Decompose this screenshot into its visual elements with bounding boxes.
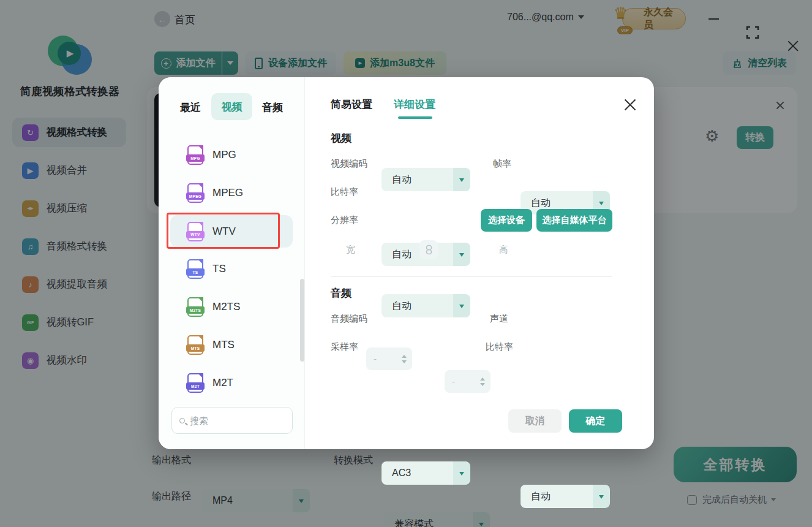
video-codec-select[interactable]: 自动 (382, 168, 470, 191)
resolution-select[interactable]: 自动 (382, 294, 470, 317)
cancel-button[interactable]: 取消 (508, 409, 562, 433)
bitrate-label: 比特率 (331, 186, 358, 198)
fps-value: 自动 (531, 197, 551, 210)
channel-label: 声道 (490, 313, 508, 325)
sample-rate-label: 采样率 (331, 341, 358, 353)
channel-select[interactable]: 自动 (521, 485, 610, 508)
format-list-panel: 最近 视频 音频 MPG MPG MPEG MPEG WTV WTV TS TS… (159, 77, 305, 449)
section-divider (331, 276, 612, 277)
format-label: MTS (212, 339, 235, 351)
ok-button[interactable]: 确定 (569, 409, 622, 433)
audio-bitrate-label: 比特率 (486, 341, 513, 353)
format-search[interactable] (171, 407, 293, 434)
search-input[interactable] (190, 415, 269, 426)
chevron-down-icon (453, 243, 470, 266)
format-label: M2T (212, 377, 233, 389)
list-scrollbar[interactable] (300, 279, 304, 362)
ts-file-icon: TS (187, 259, 203, 279)
app-window: ← 首页 706...@qq.com 永久会员 ♛ VIP ▶ 简鹿视频格式转换… (0, 0, 812, 527)
stepper-arrows-icon[interactable] (480, 375, 485, 389)
mts-file-icon: MTS (187, 335, 203, 355)
m2t-file-icon: M2T (187, 373, 203, 393)
audio-section-title: 音频 (331, 286, 351, 300)
format-item-mpg[interactable]: MPG MPG (170, 140, 293, 170)
select-platform-button[interactable]: 选择自媒体平台 (536, 209, 612, 232)
format-label: MPEG (212, 187, 243, 199)
format-item-ts[interactable]: TS TS (170, 254, 293, 284)
active-tab-underline (398, 116, 432, 119)
tab-recent[interactable]: 最近 (180, 100, 201, 115)
highlight-box (167, 213, 280, 249)
video-codec-label: 视频编码 (331, 158, 367, 170)
format-label: MPG (212, 149, 236, 161)
format-label: M2TS (212, 301, 240, 313)
resolution-label: 分辨率 (331, 214, 358, 226)
tab-detail-settings[interactable]: 详细设置 (394, 97, 435, 112)
height-stepper[interactable] (445, 370, 491, 393)
width-stepper[interactable] (366, 347, 412, 370)
tab-simple-settings[interactable]: 简易设置 (331, 97, 372, 112)
search-icon (179, 418, 185, 423)
stepper-arrows-icon[interactable] (402, 352, 407, 366)
format-item-mts[interactable]: MTS MTS (170, 330, 293, 360)
bitrate-value: 自动 (392, 248, 412, 261)
video-codec-value: 自动 (392, 173, 412, 186)
chevron-down-icon (593, 485, 610, 508)
format-settings-dialog: 最近 视频 音频 MPG MPG MPEG MPEG WTV WTV TS TS… (159, 77, 654, 449)
tab-audio[interactable]: 音频 (262, 100, 283, 115)
chevron-down-icon (453, 168, 470, 191)
chevron-down-icon (453, 294, 470, 317)
tab-video[interactable]: 视频 (211, 93, 252, 120)
link-dimensions-toggle[interactable] (419, 240, 438, 259)
chain-link-icon (426, 245, 432, 255)
mpeg-file-icon: MPEG (187, 183, 203, 203)
resolution-value: 自动 (392, 300, 412, 313)
format-item-m2ts[interactable]: M2TS M2TS (170, 292, 293, 322)
format-item-m2t[interactable]: M2T M2T (170, 368, 293, 398)
format-label: TS (212, 263, 226, 275)
width-label: 宽 (346, 244, 355, 256)
fps-label: 帧率 (493, 158, 511, 170)
format-item-mpeg[interactable]: MPEG MPEG (170, 178, 293, 208)
mpg-file-icon: MPG (187, 145, 203, 165)
audio-codec-label: 音频编码 (331, 313, 367, 325)
video-section-title: 视频 (331, 131, 351, 145)
close-dialog-icon[interactable] (622, 97, 638, 113)
select-device-button[interactable]: 选择设备 (481, 209, 532, 232)
width-input[interactable] (374, 354, 394, 364)
height-label: 高 (499, 244, 508, 256)
channel-value: 自动 (531, 490, 551, 503)
audio-codec-select[interactable]: AC3 (382, 461, 470, 485)
m2ts-file-icon: M2TS (187, 297, 203, 317)
height-input[interactable] (452, 376, 473, 387)
audio-codec-value: AC3 (392, 468, 411, 479)
chevron-down-icon (453, 461, 470, 485)
